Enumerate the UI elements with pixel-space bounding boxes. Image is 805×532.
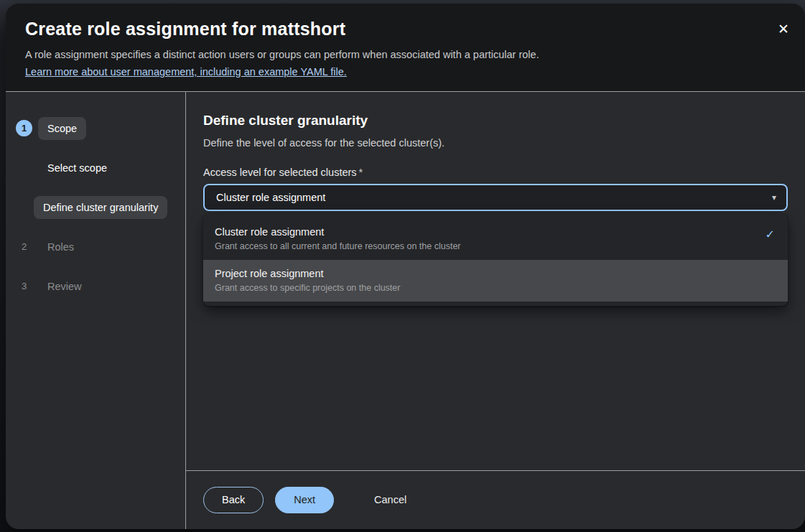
- access-level-select[interactable]: Cluster role assignment ▾: [203, 184, 788, 211]
- required-indicator: *: [359, 167, 363, 178]
- option-description: Grant access to all current and future r…: [215, 241, 461, 251]
- access-level-dropdown-menu: Cluster role assignment Grant access to …: [203, 214, 788, 306]
- option-text: Cluster role assignment Grant access to …: [215, 226, 461, 251]
- option-title: Project role assignment: [215, 268, 400, 279]
- option-cluster-role-assignment[interactable]: Cluster role assignment Grant access to …: [203, 218, 788, 260]
- wizard-step-roles[interactable]: 2 Roles: [16, 227, 175, 266]
- wizard-nav: 1 Scope Select scope Define cluster gran…: [6, 92, 186, 529]
- modal-description: A role assignment specifies a distinct a…: [25, 49, 762, 60]
- page-title: Define cluster granularity: [203, 113, 788, 129]
- option-project-role-assignment[interactable]: Project role assignment Grant access to …: [203, 260, 788, 302]
- option-text: Project role assignment Grant access to …: [215, 268, 400, 293]
- step-number-badge: 2: [16, 238, 32, 255]
- select-value: Cluster role assignment: [216, 192, 325, 203]
- close-icon[interactable]: ✕: [778, 22, 789, 36]
- content-main: Define cluster granularity Define the le…: [186, 92, 805, 470]
- wizard-substep-define-cluster-granularity[interactable]: Define cluster granularity: [16, 187, 175, 227]
- access-level-field: Access level for selected clusters* Clus…: [203, 167, 788, 306]
- step-number-badge: 3: [16, 278, 32, 294]
- create-role-assignment-modal: Create role assignment for mattshort A r…: [6, 4, 805, 529]
- learn-more-link[interactable]: Learn more about user management, includ…: [25, 66, 347, 78]
- next-button[interactable]: Next: [275, 487, 334, 513]
- check-icon: ✓: [766, 228, 775, 241]
- page-description: Define the level of access for the selec…: [203, 137, 788, 149]
- step-label: Review: [38, 275, 91, 298]
- modal-title: Create role assignment for mattshort: [25, 19, 762, 39]
- option-description: Grant access to specific projects on the…: [215, 283, 400, 293]
- substep-label: Select scope: [38, 157, 116, 179]
- step-number-badge: 1: [16, 120, 32, 136]
- field-label: Access level for selected clusters*: [203, 167, 788, 178]
- substep-label-current: Define cluster granularity: [34, 196, 167, 219]
- step-label: Roles: [38, 235, 83, 258]
- wizard-substep-select-scope[interactable]: Select scope: [16, 148, 175, 187]
- field-label-text: Access level for selected clusters: [203, 167, 357, 178]
- modal-header: Create role assignment for mattshort A r…: [6, 4, 805, 92]
- back-button[interactable]: Back: [203, 487, 264, 513]
- cancel-button[interactable]: Cancel: [363, 487, 418, 513]
- modal-body: 1 Scope Select scope Define cluster gran…: [6, 92, 805, 529]
- step-label: Scope: [38, 117, 86, 140]
- wizard-step-scope[interactable]: 1 Scope: [16, 108, 175, 148]
- wizard-step-review[interactable]: 3 Review: [16, 266, 175, 306]
- content-column: Define cluster granularity Define the le…: [186, 92, 805, 529]
- modal-footer: Back Next Cancel: [186, 470, 805, 529]
- option-title: Cluster role assignment: [215, 226, 461, 238]
- chevron-down-icon: ▾: [772, 193, 776, 202]
